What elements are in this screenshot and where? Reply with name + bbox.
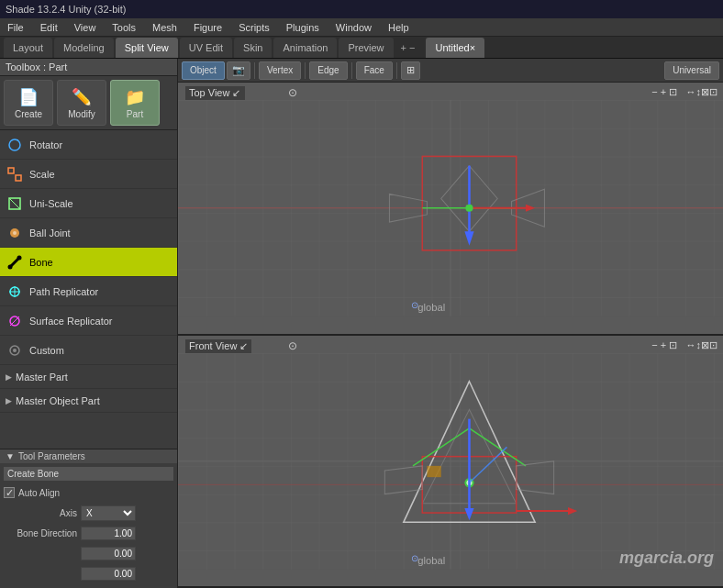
toolbar-sep-2 — [305, 62, 306, 79]
menu-figure[interactable]: Figure — [190, 20, 226, 35]
auto-align-checkbox[interactable]: ✓ — [4, 487, 15, 498]
front-view-compass: ⊙ — [288, 339, 297, 352]
bone-direction-input[interactable] — [81, 527, 136, 540]
svg-point-30 — [465, 205, 473, 212]
grid-icon-btn[interactable]: ⊞ — [401, 61, 420, 80]
menu-bar: File Edit View Tools Mesh Figure Scripts… — [0, 18, 723, 37]
title-bar: Shade 13.2.4 Unity (32-bit) — [0, 0, 723, 18]
tab-skin[interactable]: Skin — [234, 38, 272, 58]
section-master-part[interactable]: ▶ Master Part — [0, 365, 177, 389]
axis-select[interactable]: X Y Z — [81, 505, 136, 521]
axis-label: Axis — [4, 508, 77, 518]
tool-bone[interactable]: Bone — [0, 248, 177, 277]
camera-button[interactable]: 📷 — [227, 61, 250, 80]
svg-rect-1 — [8, 168, 14, 173]
tool-ball-joint[interactable]: Ball Joint — [0, 218, 177, 248]
surface-replicator-icon — [6, 312, 24, 330]
menu-mesh[interactable]: Mesh — [149, 20, 181, 35]
tool-buttons: 📄 Create ✏️ Modify 📁 Part — [0, 76, 177, 130]
tool-parameters: ▼ Tool Parameters Create Bone ✓ Auto Ali… — [0, 449, 177, 588]
tool-params-body: Create Bone ✓ Auto Align Axis X Y Z Bone… — [0, 463, 177, 588]
tab-plus[interactable]: + − — [395, 40, 421, 55]
svg-point-0 — [9, 139, 20, 150]
tab-layout[interactable]: Layout — [4, 38, 52, 58]
part-icon: 📁 — [125, 87, 145, 107]
scale-icon — [6, 165, 24, 183]
svg-text:global: global — [417, 302, 445, 313]
path-replicator-icon — [6, 283, 24, 301]
svg-rect-52 — [427, 465, 440, 476]
front-view-grid: global ⊙ — [178, 336, 723, 587]
bone-icon — [6, 253, 24, 272]
uni-scale-icon — [6, 194, 24, 213]
auto-align-row: ✓ Auto Align — [4, 483, 173, 502]
toolbar-sep-1 — [254, 62, 255, 79]
face-button[interactable]: Face — [356, 61, 393, 80]
menu-file[interactable]: File — [4, 20, 28, 35]
part-button[interactable]: 📁 Part — [110, 80, 160, 126]
svg-point-6 — [13, 231, 17, 235]
viewport-toolbar: Object 📷 Vertex Edge Face ⊞ Universal — [178, 59, 723, 83]
modify-button[interactable]: ✏️ Modify — [57, 80, 106, 126]
tab-split-view[interactable]: Split View — [116, 38, 178, 58]
viewports: Top View ↙ ⊙ − + ⊡ ↔↕⊠⊡ — [178, 83, 723, 588]
svg-line-4 — [9, 198, 20, 209]
vertex-button[interactable]: Vertex — [259, 61, 301, 80]
tool-list: Rotator Scale Uni-Scale — [0, 130, 177, 449]
tab-preview[interactable]: Preview — [339, 38, 393, 58]
tool-uni-scale[interactable]: Uni-Scale — [0, 189, 177, 218]
menu-view[interactable]: View — [71, 20, 100, 35]
master-object-part-arrow: ▶ — [6, 396, 12, 405]
top-view-controls: − + ⊡ ↔↕⊠⊡ — [651, 86, 717, 98]
rotator-icon — [6, 136, 24, 154]
top-view-label: Top View ↙ — [185, 86, 245, 100]
universal-button[interactable]: Universal — [664, 61, 719, 80]
tab-animation[interactable]: Animation — [273, 38, 337, 58]
param-input-3[interactable] — [81, 567, 136, 581]
svg-text:global: global — [417, 555, 445, 566]
axis-row: Axis X Y Z — [4, 504, 173, 522]
bone-direction-label: Bone Direction — [4, 528, 77, 538]
collapse-icon: ▼ — [6, 451, 15, 461]
param-input-2[interactable] — [81, 547, 136, 560]
top-view-compass: ⊙ — [288, 86, 297, 99]
tool-rotator[interactable]: Rotator — [0, 130, 177, 160]
menu-plugins[interactable]: Plugins — [283, 20, 323, 35]
tool-scale[interactable]: Scale — [0, 160, 177, 189]
svg-text:⊙: ⊙ — [411, 300, 418, 310]
menu-tools[interactable]: Tools — [108, 20, 139, 35]
menu-window[interactable]: Window — [332, 20, 375, 35]
create-icon: 📄 — [18, 87, 39, 107]
front-view-label: Front View ↙ — [185, 339, 251, 353]
tool-surface-replicator[interactable]: Surface Replicator — [0, 306, 177, 336]
custom-icon — [6, 341, 24, 360]
master-part-arrow: ▶ — [6, 372, 12, 382]
create-bone-title: Create Bone — [4, 467, 173, 481]
auto-align-label: Auto Align — [18, 488, 60, 498]
bone-direction-row: Bone Direction — [4, 524, 173, 542]
tab-modeling[interactable]: Modeling — [54, 38, 114, 58]
toolbox-header: Toolbox : Part — [0, 59, 177, 76]
menu-edit[interactable]: Edit — [37, 20, 61, 35]
master-part-label: Master Part — [16, 372, 68, 383]
tool-path-replicator[interactable]: Path Replicator — [0, 277, 177, 306]
toolbar-sep-4 — [396, 62, 397, 79]
tab-uv-edit[interactable]: UV Edit — [180, 38, 232, 58]
menu-scripts[interactable]: Scripts — [235, 20, 273, 35]
tool-custom[interactable]: Custom — [0, 336, 177, 365]
object-button[interactable]: Object — [182, 61, 225, 80]
title-text: Shade 13.2.4 Unity (32-bit) — [6, 4, 126, 15]
section-master-object-part[interactable]: ▶ Master Object Part — [0, 389, 177, 413]
svg-text:⊙: ⊙ — [411, 553, 418, 563]
ball-joint-icon — [6, 224, 24, 242]
tab-untitled[interactable]: Untitled × — [426, 38, 484, 58]
menu-help[interactable]: Help — [384, 20, 413, 35]
edge-button[interactable]: Edge — [309, 61, 347, 80]
front-view-controls: − + ⊡ ↔↕⊠⊡ — [651, 339, 717, 351]
top-view-pane[interactable]: Top View ↙ ⊙ − + ⊡ ↔↕⊠⊡ — [178, 83, 723, 336]
tool-params-header: ▼ Tool Parameters — [0, 449, 177, 463]
front-view-pane[interactable]: Front View ↙ ⊙ − + ⊡ ↔↕⊠⊡ — [178, 336, 723, 589]
top-view-grid: global ⊙ — [178, 83, 723, 334]
create-button[interactable]: 📄 Create — [4, 80, 53, 126]
svg-point-7 — [8, 264, 13, 269]
